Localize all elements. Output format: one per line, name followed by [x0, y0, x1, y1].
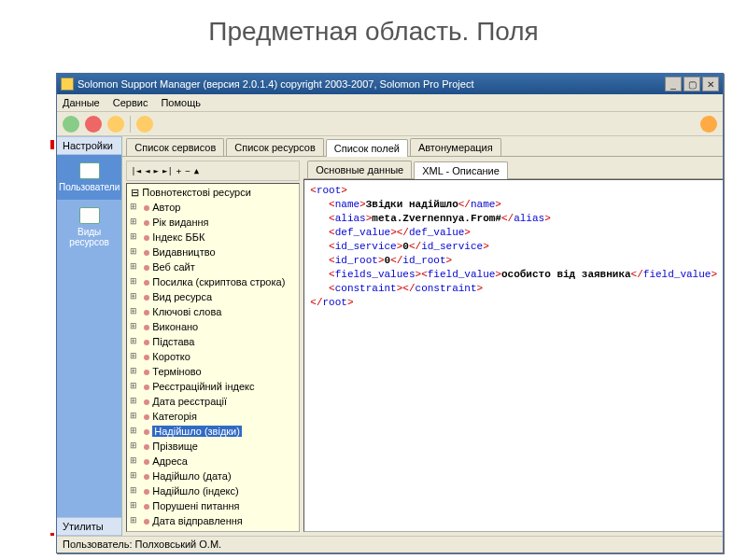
tree-item[interactable]: Адреса	[127, 454, 299, 469]
users-icon	[79, 162, 100, 179]
nav-item-resource-types[interactable]: Виды ресурсов	[57, 200, 121, 255]
toolbar	[57, 112, 723, 136]
menu-help[interactable]: Помощь	[161, 97, 201, 108]
accent-mark	[50, 140, 54, 149]
nav-item-label: Виды ресурсов	[69, 227, 109, 247]
left-navigation: Настройки Пользователи Виды ресурсов Ути…	[57, 136, 122, 536]
nav-add[interactable]: +	[176, 166, 181, 175]
close-button[interactable]: ✕	[702, 77, 719, 91]
nav-edit[interactable]: ▲	[194, 166, 199, 175]
subtab-Основные-данные[interactable]: Основные данные	[307, 161, 412, 178]
grid-icon	[79, 207, 100, 224]
tree-item[interactable]: Резолюція	[127, 528, 299, 532]
tree-item[interactable]: Порушені питання	[127, 498, 299, 513]
toolbar-icon-3[interactable]	[107, 116, 124, 133]
window-title: Solomon Support Manager (версия 2.0.1.4)…	[78, 78, 663, 90]
main-tabs: Список сервисовСписок ресурсовСписок пол…	[122, 136, 723, 157]
tree-item[interactable]: Надійшло (дата)	[127, 469, 299, 483]
field-tree[interactable]: ⊟ Повнотекстові ресурсиАвторРік виданняІ…	[126, 183, 300, 532]
statusbar: Пользователь: Полховський О.М.	[57, 536, 723, 553]
tree-item[interactable]: Надійшло (індекс)	[127, 483, 299, 498]
maximize-button[interactable]: ▢	[684, 77, 700, 91]
toolbar-icon-right[interactable]	[700, 116, 717, 133]
tree-item[interactable]: Індекс ББК	[127, 230, 299, 245]
tree-item[interactable]: Прізвище	[127, 439, 299, 454]
xml-editor[interactable]: <root> <name>Звідки надійшло</name> <ali…	[303, 179, 723, 532]
toolbar-icon-1[interactable]	[63, 116, 79, 133]
tree-item[interactable]: Посилка (скриптова строка)	[127, 274, 299, 289]
nav-del[interactable]: −	[185, 166, 190, 175]
record-navigator: |◄ ◄ ► ►| + − ▲	[126, 161, 300, 181]
nav-item-label: Пользователи	[59, 182, 120, 192]
toolbar-separator	[130, 116, 131, 133]
nav-section-utils[interactable]: Утилиты	[57, 517, 121, 536]
titlebar[interactable]: Solomon Support Manager (версия 2.0.1.4)…	[57, 74, 723, 94]
tree-root[interactable]: ⊟ Повнотекстові ресурси	[127, 186, 299, 200]
tree-item[interactable]: Підстава	[127, 334, 299, 349]
toolbar-icon-2[interactable]	[85, 116, 102, 133]
tree-item[interactable]: Коротко	[127, 349, 299, 364]
menubar: Данные Сервис Помощь	[57, 94, 723, 112]
slide-title: Предметная область. Поля	[0, 0, 747, 56]
detail-tabs: Основные данныеXML - Описание	[303, 161, 723, 179]
nav-last[interactable]: ►|	[162, 166, 173, 175]
tree-item[interactable]: Терміново	[127, 364, 299, 379]
nav-prev[interactable]: ◄	[145, 166, 149, 175]
nav-first[interactable]: |◄	[131, 166, 141, 175]
tree-item[interactable]: Вид ресурса	[127, 289, 299, 304]
app-icon	[61, 77, 74, 91]
tab-Список-ресурсов[interactable]: Список ресурсов	[226, 138, 323, 156]
menu-service[interactable]: Сервис	[113, 97, 148, 108]
toolbar-icon-4[interactable]	[136, 116, 153, 133]
accent-mark	[50, 533, 54, 536]
tree-item[interactable]: Категорія	[127, 409, 299, 424]
tree-item[interactable]: Дата реєстрації	[127, 394, 299, 409]
menu-data[interactable]: Данные	[63, 97, 100, 108]
tab-Список-сервисов[interactable]: Список сервисов	[126, 138, 224, 156]
app-window: Solomon Support Manager (версия 2.0.1.4)…	[56, 73, 724, 553]
subtab-XML---Описание[interactable]: XML - Описание	[414, 161, 508, 179]
minimize-button[interactable]: _	[665, 77, 682, 91]
tree-item[interactable]: Надійшло (звідки)	[127, 424, 299, 439]
tree-item[interactable]: Рік видання	[127, 215, 299, 230]
tab-Автонумерация[interactable]: Автонумерация	[410, 138, 501, 156]
tree-item[interactable]: Веб сайт	[127, 259, 299, 274]
tree-item[interactable]: Видавництво	[127, 245, 299, 259]
tree-item[interactable]: Ключові слова	[127, 304, 299, 319]
tab-Список-полей[interactable]: Список полей	[326, 139, 408, 157]
nav-section-settings[interactable]: Настройки	[57, 136, 121, 155]
tree-item[interactable]: Автор	[127, 200, 299, 215]
tree-item[interactable]: Дата відправлення	[127, 513, 299, 528]
tree-item[interactable]: Реєстраційний індекс	[127, 379, 299, 394]
nav-next[interactable]: ►	[154, 166, 159, 175]
tree-item[interactable]: Виконано	[127, 319, 299, 334]
nav-item-users[interactable]: Пользователи	[57, 155, 121, 200]
